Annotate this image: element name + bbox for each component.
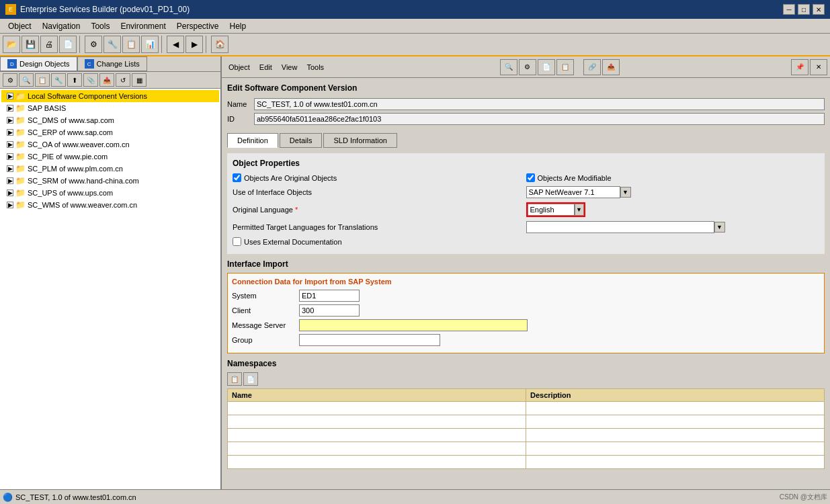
- toolbar-btn-1[interactable]: 📂: [3, 36, 20, 53]
- permitted-input[interactable]: [526, 221, 714, 233]
- toolbar-btn-4[interactable]: 📄: [59, 36, 77, 53]
- tree-expand-local[interactable]: ▶: [7, 93, 13, 99]
- maximize-button[interactable]: □: [798, 4, 810, 15]
- tree-expand-erp[interactable]: ▶: [7, 129, 13, 136]
- menu-tools[interactable]: Tools: [85, 20, 115, 32]
- tree-expand-sap-basis[interactable]: ▶: [7, 105, 13, 112]
- client-label: Client: [232, 306, 299, 314]
- menu-navigation[interactable]: Navigation: [37, 20, 86, 32]
- checkbox-modifiable[interactable]: [526, 173, 535, 182]
- tab-design-objects-label: Design Objects: [19, 60, 70, 68]
- toolbar-btn-3[interactable]: 🖨: [40, 36, 58, 53]
- tab-details[interactable]: Details: [280, 133, 323, 148]
- menu-help[interactable]: Help: [224, 20, 251, 32]
- right-tb-btn-3[interactable]: 📄: [538, 59, 555, 75]
- import-box-title: Connection Data for Import from SAP Syst…: [232, 278, 820, 286]
- left-toolbar: ⚙ 🔍 📋 🔧 ⬆ 📎 📤 ↺ ▦: [0, 72, 220, 89]
- external-doc-checkbox[interactable]: [233, 237, 241, 246]
- left-tb-btn-2[interactable]: 🔍: [19, 73, 34, 87]
- group-input[interactable]: [299, 334, 440, 346]
- left-tb-btn-9[interactable]: ▦: [132, 73, 147, 87]
- name-input[interactable]: [254, 98, 825, 110]
- tree-item-srm[interactable]: ▶ 📁 SC_SRM of www.hand-china.com: [1, 175, 219, 187]
- ns-empty-row-4: [228, 442, 825, 456]
- right-tb-btn-4[interactable]: 📋: [556, 59, 574, 75]
- netweaver-input[interactable]: [526, 186, 620, 198]
- right-menu-object[interactable]: Object: [224, 62, 254, 73]
- right-tb-close[interactable]: ✕: [810, 59, 827, 75]
- toolbar-btn-home[interactable]: 🏠: [211, 36, 229, 53]
- toolbar-btn-2[interactable]: 💾: [22, 36, 39, 53]
- left-tb-btn-3[interactable]: 📋: [35, 73, 50, 87]
- ns-btn-1[interactable]: 📋: [227, 372, 242, 386]
- tree-item-ups[interactable]: ▶ 📁 SC_UPS of www.ups.com: [1, 187, 219, 199]
- app-icon: E: [5, 4, 16, 15]
- toolbar-btn-forward[interactable]: ▶: [185, 36, 203, 53]
- original-language-input[interactable]: [528, 204, 575, 216]
- menu-object[interactable]: Object: [3, 20, 37, 32]
- left-tb-btn-7[interactable]: 📤: [99, 73, 114, 87]
- tree-item-wms[interactable]: ▶ 📁 SC_WMS of www.weaver.com.cn: [1, 199, 219, 211]
- message-server-label: Message Server: [232, 321, 299, 329]
- language-dropdown[interactable]: ▼: [575, 204, 584, 216]
- tab-change-lists[interactable]: C Change Lists: [77, 56, 147, 71]
- toolbar-btn-8[interactable]: 📊: [141, 36, 159, 53]
- client-input[interactable]: [299, 304, 360, 317]
- netweaver-dropdown[interactable]: ▼: [620, 187, 631, 198]
- toolbar-btn-5[interactable]: ⚙: [85, 36, 102, 53]
- right-tb-btn-5[interactable]: 🔗: [583, 59, 601, 75]
- tree-expand-wms[interactable]: ▶: [7, 202, 13, 208]
- right-tb-btn-2[interactable]: ⚙: [519, 59, 536, 75]
- right-tb-btn-1[interactable]: 🔍: [500, 59, 517, 75]
- right-panel: Object Edit View Tools 🔍 ⚙ 📄 📋 🔗 📤 📌 ✕ E…: [222, 56, 830, 489]
- folder-icon-7: 📁: [15, 164, 26, 173]
- right-menu-view[interactable]: View: [278, 62, 302, 73]
- toolbar-btn-7[interactable]: 📋: [122, 36, 140, 53]
- tree-item-erp[interactable]: ▶ 📁 SC_ERP of www.sap.com: [1, 126, 219, 138]
- permitted-dropdown[interactable]: ▼: [714, 222, 725, 233]
- id-input[interactable]: [254, 113, 825, 125]
- client-row: Client: [232, 304, 820, 317]
- section-title: Edit Software Component Version: [227, 83, 825, 93]
- right-menu-edit[interactable]: Edit: [255, 62, 276, 73]
- tree-expand-srm[interactable]: ▶: [7, 177, 13, 184]
- folder-icon-8: 📁: [15, 176, 26, 185]
- tab-design-objects[interactable]: D Design Objects: [0, 56, 77, 71]
- tree-expand-pie[interactable]: ▶: [7, 153, 13, 160]
- right-tb-pin[interactable]: 📌: [791, 59, 808, 75]
- tab-sld-information[interactable]: SLD Information: [323, 133, 397, 148]
- tree-item-local[interactable]: ▶ 📁 Local Software Component Versions: [1, 90, 219, 102]
- ns-cell-5: [228, 429, 526, 442]
- menu-perspective[interactable]: Perspective: [171, 20, 224, 32]
- left-tb-btn-6[interactable]: 📎: [83, 73, 98, 87]
- tree-item-oa[interactable]: ▶ 📁 SC_OA of www.weaver.com.cn: [1, 138, 219, 151]
- checkbox-original-objects[interactable]: [233, 173, 241, 182]
- tree-item-sap-basis[interactable]: ▶ 📁 SAP BASIS: [1, 102, 219, 114]
- right-tb-btn-6[interactable]: 📤: [602, 59, 620, 75]
- minimize-button[interactable]: ─: [783, 4, 795, 15]
- left-tb-btn-8[interactable]: ↺: [116, 73, 130, 87]
- tree-expand-plm[interactable]: ▶: [7, 165, 13, 172]
- toolbar-btn-back[interactable]: ◀: [167, 36, 184, 53]
- tree-item-pie[interactable]: ▶ 📁 SC_PIE of www.pie.com: [1, 151, 219, 163]
- system-input[interactable]: [299, 290, 360, 302]
- close-button[interactable]: ✕: [813, 4, 825, 15]
- menu-environment[interactable]: Environment: [115, 20, 171, 32]
- checkbox-original-label: Objects Are Original Objects: [244, 174, 337, 182]
- message-server-input[interactable]: [299, 319, 528, 331]
- language-highlight: ▼: [526, 202, 585, 217]
- orig-lang-left: Original Language *: [233, 206, 526, 214]
- tree-expand-ups[interactable]: ▶: [7, 190, 13, 196]
- ns-btn-2[interactable]: 📄: [243, 372, 258, 386]
- left-tb-btn-1[interactable]: ⚙: [3, 73, 17, 87]
- right-menu-tools[interactable]: Tools: [302, 62, 328, 73]
- left-tabs: D Design Objects C Change Lists: [0, 56, 220, 72]
- tree-item-dms[interactable]: ▶ 📁 SC_DMS of www.sap.com: [1, 114, 219, 126]
- tree-expand-oa[interactable]: ▶: [7, 141, 13, 148]
- tab-definition[interactable]: Definition: [227, 133, 278, 148]
- left-tb-btn-4[interactable]: 🔧: [51, 73, 66, 87]
- tree-item-plm[interactable]: ▶ 📁 SC_PLM of www.plm.com.cn: [1, 163, 219, 175]
- toolbar-btn-6[interactable]: 🔧: [103, 36, 121, 53]
- left-tb-btn-5[interactable]: ⬆: [67, 73, 82, 87]
- tree-expand-dms[interactable]: ▶: [7, 117, 13, 124]
